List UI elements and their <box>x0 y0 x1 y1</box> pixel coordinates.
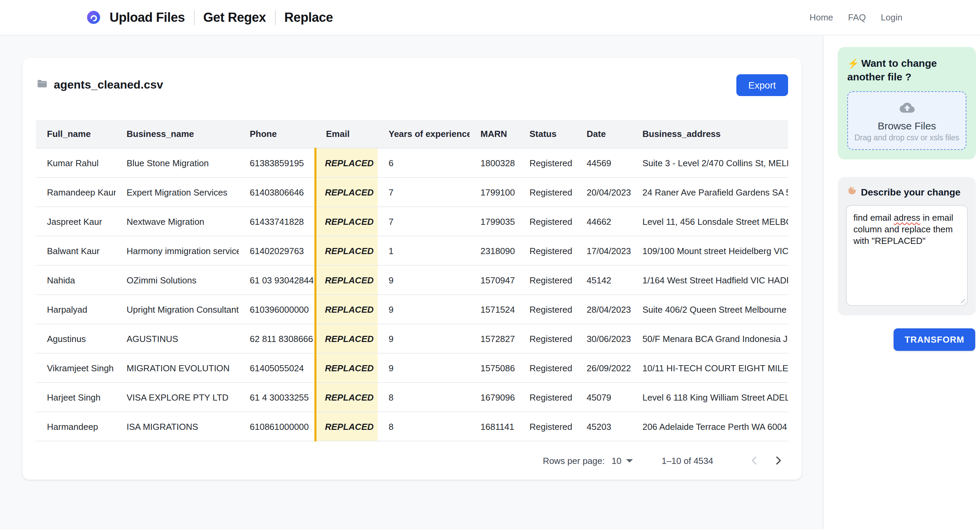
cell-status: Registered <box>519 207 576 236</box>
cell-date: 30/06/2023 <box>576 324 632 353</box>
cell-email: REPLACED <box>315 177 378 207</box>
cell-full-name: Jaspreet Kaur <box>36 207 116 236</box>
cell-email: REPLACED <box>315 236 378 265</box>
cell-full-name: Harpalyad <box>36 295 116 324</box>
cell-date: 44662 <box>576 207 632 236</box>
file-title: agents_cleaned.csv <box>54 78 163 92</box>
right-panel: ⚡Want to change another file ? Browse Fi… <box>823 35 980 529</box>
table-row: Agustinus AGUSTINUS 62 811 8308666 REPLA… <box>36 324 788 353</box>
describe-change-title: Describe your change <box>846 185 968 198</box>
cell-date: 20/04/2023 <box>576 177 632 207</box>
table-row: Harjeet Singh VISA EXPLORE PTY LTD 61 4 … <box>36 383 788 412</box>
dropdown-caret-icon <box>626 459 633 462</box>
browse-files-label: Browse Files <box>878 120 936 131</box>
cell-email: REPLACED <box>315 207 378 236</box>
cell-email: REPLACED <box>315 148 378 177</box>
nav-replace[interactable]: Replace <box>275 10 342 25</box>
cell-email: REPLACED <box>315 412 378 441</box>
rows-per-page-select[interactable]: 10 <box>611 455 633 466</box>
cell-status: Registered <box>519 265 576 295</box>
cell-marn: 1800328 <box>469 148 519 177</box>
transform-button[interactable]: TRANSFORM <box>894 328 975 351</box>
cell-full-name: Ramandeep Kaur <box>36 177 116 207</box>
cell-email: REPLACED <box>315 383 378 412</box>
cell-business-name: Blue Stone Migration <box>116 148 239 177</box>
cell-years: 7 <box>378 177 469 207</box>
column-header-date: Date <box>576 120 632 148</box>
cell-business-name: MIGRATION EVOLUTION <box>116 353 239 383</box>
file-card: agents_cleaned.csv Export Full_nam <box>22 58 802 480</box>
cell-email: REPLACED <box>315 265 378 295</box>
cell-business-address: Suite 406/2 Queen Street Melbourne VIC 3… <box>632 295 788 324</box>
cell-phone: 610861000000 <box>239 412 315 441</box>
table-row: Ramandeep Kaur Expert Migration Services… <box>36 177 788 207</box>
cell-business-name: ISA MIGRATIONS <box>116 412 239 441</box>
cell-marn: 2318090 <box>469 236 519 265</box>
cell-phone: 61405055024 <box>239 353 315 383</box>
primary-nav: Upload Files Get Regex Replace <box>108 10 342 25</box>
cell-date: 45203 <box>576 412 632 441</box>
cell-marn: 1575086 <box>469 353 519 383</box>
cell-years: 8 <box>378 412 469 441</box>
rows-per-page-label: Rows per page: <box>543 455 605 466</box>
column-header-status: Status <box>519 120 576 148</box>
column-header-full-name: Full_name <box>36 120 116 148</box>
folder-icon <box>36 78 48 93</box>
nav-get-regex[interactable]: Get Regex <box>194 10 275 25</box>
cell-business-address: 206 Adelaide Terrace Perth WA 6004 Austr… <box>632 412 788 441</box>
change-file-title: ⚡Want to change another file ? <box>847 57 966 84</box>
cell-email: REPLACED <box>315 295 378 324</box>
cell-marn: 1572827 <box>469 324 519 353</box>
chevron-left-icon <box>747 454 761 467</box>
cell-phone: 61403806646 <box>239 177 315 207</box>
nav-login[interactable]: Login <box>881 12 902 22</box>
change-file-card: ⚡Want to change another file ? Browse Fi… <box>838 47 976 160</box>
cell-phone: 61 4 30033255 <box>239 383 315 412</box>
dropzone-hint: Drag and drop csv or xsls files <box>854 133 959 141</box>
cell-phone: 61433741828 <box>239 207 315 236</box>
table-row: Kumar Rahul Blue Stone Migration 6138385… <box>36 148 788 177</box>
cell-marn: 1799035 <box>469 207 519 236</box>
cell-full-name: Balwant Kaur <box>36 236 116 265</box>
table-row: Vikramjeet Singh MIGRATION EVOLUTION 614… <box>36 353 788 383</box>
cell-full-name: Harjeet Singh <box>36 383 116 412</box>
app-logo-icon[interactable] <box>86 10 101 24</box>
misspelled-word: adress <box>894 212 920 223</box>
column-header-years: Years of experience <box>378 120 469 148</box>
pinching-hand-icon <box>846 185 857 198</box>
export-button[interactable]: Export <box>736 74 788 96</box>
nav-faq[interactable]: FAQ <box>848 12 865 22</box>
cell-date: 44569 <box>576 148 632 177</box>
cell-full-name: Vikramjeet Singh <box>36 353 116 383</box>
cell-business-address: 109/100 Mount street Heidelberg VIC 3084… <box>632 236 788 265</box>
nav-upload-files[interactable]: Upload Files <box>108 10 194 25</box>
cell-marn: 1799100 <box>469 177 519 207</box>
change-description-input[interactable]: find email adress in email column and re… <box>846 205 968 306</box>
top-navbar: Upload Files Get Regex Replace Home FAQ … <box>0 0 980 35</box>
cell-phone: 61 03 93042844 <box>239 265 315 295</box>
pagination-bar: Rows per page: 10 1–10 of 4534 <box>36 441 788 480</box>
table-header-row: Full_name Business_name Phone Email Year… <box>36 120 788 148</box>
table-row: Nahida OZimmi Solutions 61 03 93042844 R… <box>36 265 788 295</box>
cell-business-name: Nextwave Migration <box>116 207 239 236</box>
secondary-nav: Home FAQ Login <box>810 12 902 22</box>
cell-status: Registered <box>519 353 576 383</box>
cell-years: 1 <box>378 236 469 265</box>
cell-full-name: Nahida <box>36 265 116 295</box>
cell-date: 26/09/2022 <box>576 353 632 383</box>
describe-change-card: Describe your change find email adress i… <box>838 177 976 315</box>
cell-phone: 62 811 8308666 <box>239 324 315 353</box>
nav-home[interactable]: Home <box>810 12 833 22</box>
file-dropzone[interactable]: Browse Files Drag and drop csv or xsls f… <box>847 91 966 150</box>
cell-marn: 1681141 <box>469 412 519 441</box>
cell-email: REPLACED <box>315 353 378 383</box>
next-page-button[interactable] <box>769 451 788 470</box>
cell-phone: 61383859195 <box>239 148 315 177</box>
cell-date: 45079 <box>576 383 632 412</box>
cell-years: 9 <box>378 324 469 353</box>
table-row: Balwant Kaur Harmony immigration service… <box>36 236 788 265</box>
cell-status: Registered <box>519 295 576 324</box>
cell-date: 28/04/2023 <box>576 295 632 324</box>
cell-years: 6 <box>378 148 469 177</box>
cloud-upload-icon <box>897 100 916 118</box>
